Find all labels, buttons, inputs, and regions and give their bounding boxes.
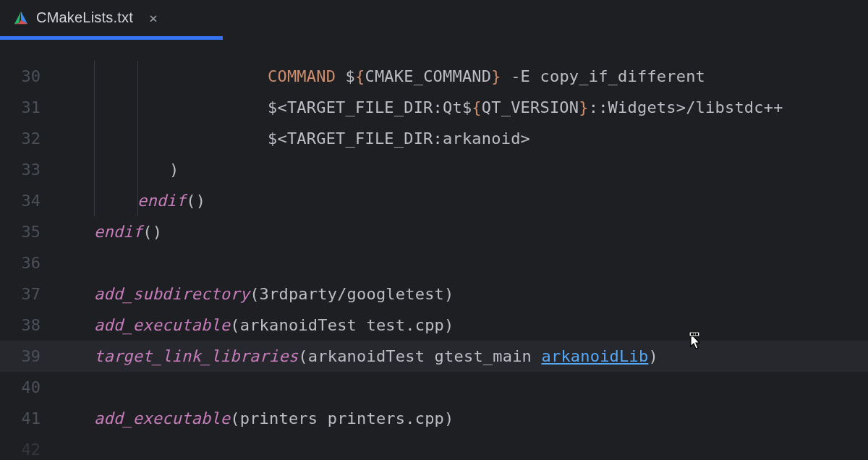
line-number: 31: [0, 92, 55, 123]
code-token: (): [186, 192, 205, 210]
code-token: }: [491, 67, 501, 85]
code-content: $<TARGET_FILE_DIR:arkanoid>: [268, 123, 530, 154]
line-number: 37: [0, 278, 55, 310]
line-number: 38: [0, 310, 55, 341]
indent-guides: [55, 154, 169, 185]
line-number: 32: [0, 123, 55, 154]
line-number: 36: [0, 247, 55, 278]
code-token: $<TARGET_FILE_DIR:Qt$: [268, 98, 472, 116]
indent-guides: [55, 434, 94, 460]
close-icon[interactable]: ×: [146, 9, 161, 27]
line-number: 35: [0, 216, 55, 247]
code-content: add_executable(printers printers.cpp): [94, 403, 454, 434]
code-line[interactable]: 33): [0, 154, 868, 185]
code-token: (): [142, 223, 162, 241]
code-line[interactable]: 34endif(): [0, 185, 868, 216]
code-token: 3rdparty/googletest: [260, 285, 444, 303]
code-token: (: [230, 409, 239, 427]
code-line[interactable]: 39target_link_libraries(arkanoidTest gte…: [0, 341, 868, 372]
code-line[interactable]: 40: [0, 372, 868, 403]
indent-guides: [55, 341, 94, 372]
code-token: }: [579, 98, 588, 116]
code-content: add_executable(arkanoidTest test.cpp): [94, 310, 454, 341]
code-token: add_subdirectory: [94, 285, 250, 303]
code-token: ): [444, 409, 454, 427]
code-token: add_executable: [94, 316, 230, 334]
symbol-link[interactable]: arkanoidLib: [542, 347, 649, 365]
code-token: ): [648, 347, 658, 365]
cmake-file-icon: [13, 10, 29, 26]
code-token: ::Widgets>/libstdc++: [589, 98, 783, 116]
code-token: QT_VERSION: [482, 98, 579, 116]
code-token: endif: [137, 192, 186, 210]
line-number: 34: [0, 185, 55, 216]
line-number: 30: [0, 61, 55, 92]
indent-guides: [55, 372, 94, 403]
code-content: ): [169, 154, 179, 185]
code-token: -E copy_if_different: [501, 67, 705, 85]
code-line[interactable]: 36: [0, 247, 868, 278]
indent-guides: [55, 310, 94, 341]
code-token: arkanoidTest gtest_main: [308, 347, 542, 365]
code-token: ): [169, 161, 179, 179]
indent-guides: [55, 92, 268, 123]
code-content: $<TARGET_FILE_DIR:Qt${QT_VERSION}::Widge…: [268, 92, 783, 123]
code-token: (: [250, 285, 259, 303]
code-token: ): [444, 316, 454, 334]
code-token: printers printers.cpp: [240, 409, 444, 427]
code-token: endif: [94, 223, 142, 241]
code-token: $<TARGET_FILE_DIR:arkanoid>: [268, 129, 530, 148]
code-token: CMAKE_COMMAND: [365, 67, 491, 85]
line-number: 42: [0, 434, 55, 460]
code-token: {: [355, 67, 365, 85]
code-token: {: [472, 98, 481, 116]
line-number: 39: [0, 341, 55, 372]
indent-guides: [55, 185, 137, 216]
code-line[interactable]: 30COMMAND ${CMAKE_COMMAND} -E copy_if_di…: [0, 61, 868, 92]
indent-guides: [55, 403, 94, 434]
indent-guides: [55, 123, 268, 154]
indent-guides: [55, 61, 268, 92]
line-number: 33: [0, 154, 55, 185]
code-line[interactable]: 42: [0, 434, 868, 460]
code-editor[interactable]: 30COMMAND ${CMAKE_COMMAND} -E copy_if_di…: [0, 36, 868, 460]
indent-guides: [55, 247, 94, 278]
file-tab[interactable]: CMakeLists.txt ×: [0, 0, 174, 35]
code-token: (: [230, 316, 239, 334]
code-token: ): [444, 285, 454, 303]
code-content: COMMAND ${CMAKE_COMMAND} -E copy_if_diff…: [268, 61, 705, 92]
code-line[interactable]: 31$<TARGET_FILE_DIR:Qt${QT_VERSION}::Wid…: [0, 92, 868, 123]
code-line[interactable]: 38add_executable(arkanoidTest test.cpp): [0, 310, 868, 341]
line-number: 41: [0, 403, 55, 434]
code-line[interactable]: 35endif(): [0, 216, 868, 247]
code-token: (: [298, 347, 307, 365]
tab-filename: CMakeLists.txt: [36, 9, 133, 26]
code-line[interactable]: 41add_executable(printers printers.cpp): [0, 403, 868, 434]
code-token: arkanoidTest test.cpp: [240, 316, 444, 334]
indent-guides: [55, 216, 94, 247]
code-line[interactable]: 32$<TARGET_FILE_DIR:arkanoid>: [0, 123, 868, 154]
code-content: endif(): [94, 216, 162, 247]
code-token: target_link_libraries: [94, 347, 298, 365]
indent-guides: [55, 278, 94, 310]
code-content: add_subdirectory(3rdparty/googletest): [94, 278, 454, 310]
code-token: $: [346, 67, 355, 85]
tab-bar: CMakeLists.txt ×: [0, 0, 868, 36]
code-token: add_executable: [94, 409, 230, 427]
code-token: COMMAND: [268, 67, 346, 85]
line-number: 40: [0, 372, 55, 403]
code-content: target_link_libraries(arkanoidTest gtest…: [94, 341, 658, 372]
code-line[interactable]: 37add_subdirectory(3rdparty/googletest): [0, 278, 868, 310]
code-content: endif(): [137, 185, 205, 216]
